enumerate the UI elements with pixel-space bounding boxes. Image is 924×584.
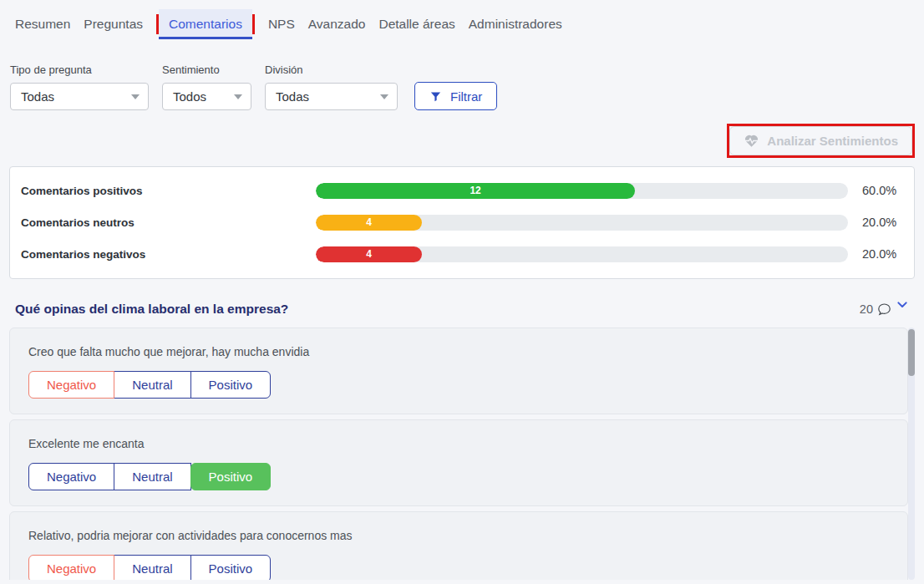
negative-button[interactable]: Negativo [28, 555, 114, 580]
select-value: Todas [21, 89, 54, 104]
neutral-button[interactable]: Neutral [114, 371, 190, 399]
filter-label: Tipo de pregunta [10, 63, 149, 76]
comment-count: 20 [860, 301, 873, 317]
filter-group-division: División Todas [265, 63, 398, 110]
stat-row-negative: Comentarios negativos 4 20.0% [10, 238, 914, 270]
chevron-down-icon [234, 94, 242, 99]
stat-label: Comentarios negativos [10, 248, 316, 261]
select-tipo-pregunta[interactable]: Todas [10, 83, 149, 110]
select-value: Todos [173, 89, 206, 104]
filter-group-tipo-pregunta: Tipo de pregunta Todas [10, 63, 149, 110]
question-title: Qué opinas del clima laboral en la empre… [15, 302, 288, 317]
stat-row-positive: Comentarios positivos 12 60.0% [10, 175, 914, 206]
tab-administradores[interactable]: Administradores [469, 10, 562, 38]
annotation-box-analyze: Analizar Sentimientos [727, 124, 915, 158]
stat-bar-track: 12 [316, 183, 848, 199]
chevron-down-icon [131, 94, 140, 99]
stat-label: Comentarios neutros [10, 216, 316, 229]
tab-resumen[interactable]: Resumen [15, 10, 70, 38]
sentiment-button-group: Negativo Neutral Positivo [28, 555, 271, 580]
filter-button[interactable]: Filtrar [414, 82, 497, 110]
stat-bar-fill-negative: 4 [316, 246, 422, 262]
analyze-button-label: Analizar Sentimientos [767, 134, 898, 148]
stat-bar-track: 4 [316, 215, 848, 231]
tab-preguntas[interactable]: Preguntas [84, 10, 143, 38]
comment-text: Relativo, podria mejorar con actividades… [28, 529, 889, 542]
annotation-box-comentarios: Comentarios [156, 14, 255, 34]
select-division[interactable]: Todas [265, 83, 398, 110]
filters-bar: Tipo de pregunta Todas Sentimiento Todos… [9, 63, 915, 110]
comment-text: Creo que falta mucho que mejorar, hay mu… [28, 345, 889, 358]
filter-group-sentimiento: Sentimiento Todos [162, 63, 251, 110]
positive-button[interactable]: Positivo [190, 371, 272, 399]
analyze-sentiments-button[interactable]: Analizar Sentimientos [729, 126, 912, 155]
stat-percent: 60.0% [848, 184, 896, 197]
stat-bar-fill-positive: 12 [316, 183, 635, 199]
sentiment-button-group: Negativo Neutral Positivo [28, 371, 271, 399]
comments-dashboard: Resumen Preguntas Comentarios NPS Avanza… [0, 5, 924, 580]
collapse-chevron-icon[interactable] [896, 301, 909, 311]
funnel-icon [429, 90, 442, 103]
comment-bubble-icon [877, 301, 891, 316]
question-header: Qué opinas del clima laboral en la empre… [9, 301, 915, 317]
stat-label: Comentarios positivos [10, 185, 316, 197]
heart-pulse-icon [744, 134, 759, 148]
select-sentimiento[interactable]: Todos [162, 83, 251, 110]
tab-avanzado[interactable]: Avanzado [308, 10, 366, 38]
neutral-button[interactable]: Neutral [114, 463, 190, 490]
sentiment-stats-panel: Comentarios positivos 12 60.0% Comentari… [9, 166, 915, 279]
stat-row-neutral: Comentarios neutros 4 20.0% [10, 206, 914, 238]
positive-button[interactable]: Positivo [190, 463, 272, 490]
comment-card: Creo que falta mucho que mejorar, hay mu… [9, 328, 908, 414]
neutral-button[interactable]: Neutral [114, 555, 190, 580]
sentiment-button-group: Negativo Neutral Positivo [28, 463, 271, 490]
tab-detalle-areas[interactable]: Detalle áreas [378, 10, 454, 38]
question-meta: 20 [860, 301, 909, 317]
filter-label: Sentimiento [162, 63, 251, 76]
stat-percent: 20.0% [848, 247, 896, 261]
comment-card: Excelente me encanta Negativo Neutral Po… [9, 419, 908, 506]
chevron-down-icon [380, 94, 388, 99]
select-value: Todas [276, 89, 309, 104]
stat-bar-track: 4 [316, 246, 848, 262]
analyze-row: Analizar Sentimientos [9, 124, 915, 158]
positive-button[interactable]: Positivo [190, 555, 272, 580]
tab-nps[interactable]: NPS [268, 10, 295, 38]
comments-scrollbar-thumb[interactable] [908, 329, 915, 376]
tab-comentarios[interactable]: Comentarios [159, 9, 252, 39]
comments-scrollbar-track[interactable] [908, 328, 915, 580]
negative-button[interactable]: Negativo [28, 463, 114, 490]
negative-button[interactable]: Negativo [28, 371, 114, 399]
tab-bar: Resumen Preguntas Comentarios NPS Avanza… [15, 5, 915, 43]
stat-bar-fill-neutral: 4 [316, 215, 422, 231]
filter-button-label: Filtrar [450, 89, 482, 104]
comments-list: Creo que falta mucho que mejorar, hay mu… [9, 328, 915, 580]
comment-card: Relativo, podria mejorar con actividades… [9, 511, 908, 580]
comment-text: Excelente me encanta [28, 437, 889, 450]
filter-label: División [265, 63, 398, 76]
stat-percent: 20.0% [848, 216, 896, 229]
